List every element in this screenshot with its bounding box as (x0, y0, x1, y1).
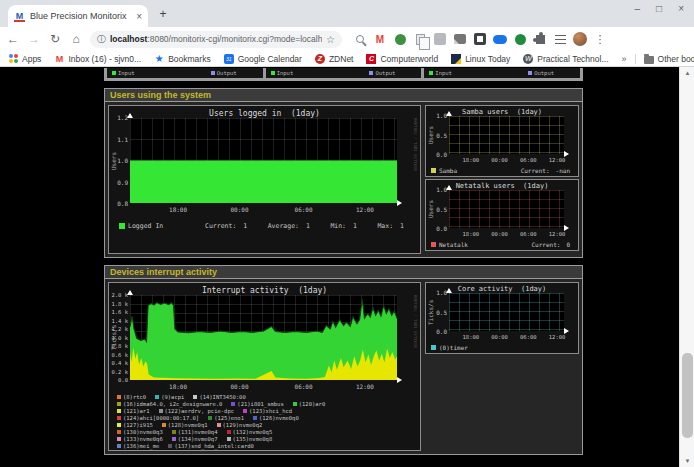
search-extension-icon[interactable] (353, 32, 367, 46)
url-text: localhost:8080/monitorix-cgi/monitorix.c… (110, 34, 322, 44)
minimize-button[interactable]: – (635, 3, 641, 14)
bookmark-zdnet[interactable]: Z ZDNet (315, 54, 354, 64)
bookmark-google-calendar[interactable]: 31 Google Calendar (224, 54, 302, 64)
core-plot-area (449, 293, 564, 331)
cutoff-graph-panel[interactable]: Input Output (107, 68, 263, 78)
output-swatch (211, 71, 215, 75)
gmail-icon: M (54, 54, 64, 64)
green-circle-extension-icon[interactable] (513, 32, 527, 46)
users-logged-in-graph[interactable]: Users logged in (1day) Users 1.21.11.00.… (108, 105, 421, 254)
input-swatch (112, 71, 116, 75)
bookmark-star-icon[interactable]: ☆ (326, 34, 335, 45)
maximize-button[interactable]: □ (656, 3, 662, 14)
y-axis-ticks: 2.0 k1.8 k1.6 k1.4 k1.2 k1.0 k0.8 k0.6 k… (109, 292, 128, 383)
cutoff-graph-panel[interactable]: Input Output (266, 68, 422, 78)
close-button[interactable]: × (678, 3, 684, 14)
apps-shortcut[interactable]: Apps (8, 54, 41, 64)
gmail-extension-icon[interactable]: M (373, 32, 387, 46)
other-bookmarks-button[interactable]: Other bookmarks (644, 54, 694, 64)
section-header: Users using the system (105, 89, 582, 102)
new-tab-button[interactable]: + (156, 7, 170, 21)
x-axis-ticks: 18:0000:0006:0012:00 (449, 231, 564, 238)
section-interrupts: Devices interrupt activity Interrupt act… (104, 265, 583, 455)
folder-icon (644, 56, 654, 64)
title-bar: M Blue Precision Monitorix × + – □ × (0, 0, 694, 27)
browser-toolbar: ← → ↻ ⌂ ⓘ localhost:8080/monitorix-cgi/m… (0, 27, 694, 51)
site-info-icon[interactable]: ⓘ (97, 33, 106, 46)
users-plot-area (130, 118, 397, 203)
legend-swatch (431, 345, 436, 350)
star-icon: ★ (154, 54, 164, 64)
bookmarks-bar: Apps M Inbox (16) - sjvn0... ★ Bookmarks… (0, 51, 694, 67)
wordpress-icon: W (523, 54, 533, 64)
address-bar[interactable]: ⓘ localhost:8080/monitorix-cgi/monitorix… (90, 31, 342, 48)
interrupt-legend: (8)rtc0(9)acpi(14)INT3450:00(16)idma64.0… (117, 393, 416, 449)
scrollbar-thumb[interactable] (682, 353, 693, 438)
legend-swatch (431, 242, 436, 247)
page-viewport: Input Output Input Output Input Output U… (0, 67, 694, 467)
copy-pages-extension-icon[interactable] (413, 32, 427, 46)
leaf-extension-icon[interactable] (393, 32, 407, 46)
section-header: Devices interrupt activity (105, 266, 582, 279)
extension-icons: M ⋮ (353, 32, 607, 46)
netatalk-plot-area (449, 190, 564, 228)
graph-legend: (0)timer (431, 344, 570, 351)
cast-extension-icon[interactable] (453, 32, 467, 46)
legend-swatch (431, 168, 436, 173)
graph-legend: Netatalk Current:0 (431, 241, 570, 248)
x-axis-ticks: 18:0000:0006:0012:00 (130, 206, 397, 214)
input-swatch (429, 71, 433, 75)
page-scrollbar[interactable]: ▲ ▼ (679, 67, 694, 467)
gray-box-extension-icon[interactable] (433, 32, 447, 46)
graph-legend: Samba Current:-nan (431, 167, 570, 174)
scroll-up-arrow[interactable]: ▲ (680, 67, 694, 79)
samba-plot-area (449, 116, 564, 154)
bookmark-bookmarks[interactable]: ★ Bookmarks (154, 54, 211, 64)
interrupt-activity-graph[interactable]: Interrupt activity (1day) Ticks/s 2.0 k1… (108, 282, 421, 451)
screenshot-extension-icon[interactable] (473, 32, 487, 46)
blue-pill-extension-icon[interactable] (493, 32, 507, 46)
x-axis-ticks: 18:0000:0006:0012:00 (449, 334, 564, 341)
home-button[interactable]: ⌂ (69, 32, 83, 46)
cutoff-graph-row: Input Output Input Output Input Output (104, 68, 583, 81)
core-activity-graph[interactable]: Core activity (1day) Ticks/s 1.00.50.0 1… (425, 282, 579, 354)
y-axis-ticks: 1.00.50.0 (430, 289, 447, 335)
y-axis-ticks: 1.21.11.00.90.8 (109, 114, 128, 207)
zdnet-icon: Z (315, 54, 325, 64)
back-button[interactable]: ← (6, 32, 20, 46)
apps-grid-icon (8, 54, 18, 64)
browser-tab[interactable]: M Blue Precision Monitorix × (8, 5, 148, 27)
calendar-icon: 31 (224, 54, 234, 64)
bookmark-practical-technology[interactable]: W Practical Technol... (523, 54, 608, 64)
interrupt-plot-area (130, 295, 397, 380)
browser-menu-icon[interactable]: ⋮ (593, 32, 607, 46)
browser-window: M Blue Precision Monitorix × + – □ × ← →… (0, 0, 694, 467)
graph-title: Users logged in (1day) (109, 109, 420, 118)
x-axis-ticks: 18:0000:0006:0012:00 (449, 157, 564, 164)
profile-avatar[interactable] (573, 32, 587, 46)
netatalk-users-graph[interactable]: Netatalk users (1day) Users 1.00.50.0 18… (425, 179, 579, 251)
bookmark-computerworld[interactable]: C Computerworld (366, 54, 438, 64)
rrdtool-watermark: RRDTOOL / TOBI OETIKER (413, 118, 418, 203)
tab-title: Blue Precision Monitorix (30, 11, 131, 21)
y-axis-ticks: 1.00.50.0 (430, 186, 447, 232)
bookmark-linux-today[interactable]: Linux Today (451, 54, 510, 64)
graph-legend: Logged In Current:1 Average:1 Min:1 Max:… (119, 222, 406, 230)
tab-list-icon[interactable] (553, 32, 567, 46)
extensions-puzzle-icon[interactable] (533, 32, 547, 46)
x-axis-ticks: 18:0000:0006:0012:00 (130, 383, 397, 391)
magnifier-icon (356, 35, 364, 43)
computerworld-icon: C (366, 54, 376, 64)
bookmarks-overflow-chevron[interactable]: » (622, 54, 627, 64)
bookmarks-divider (635, 54, 636, 64)
legend-swatch (119, 223, 125, 229)
y-axis-ticks: 1.00.50.0 (430, 112, 447, 158)
scroll-down-arrow[interactable]: ▼ (680, 455, 694, 467)
forward-button[interactable]: → (27, 32, 41, 46)
bookmark-inbox[interactable]: M Inbox (16) - sjvn0... (54, 54, 141, 64)
tab-close-icon[interactable]: × (136, 11, 142, 22)
output-swatch (369, 71, 373, 75)
reload-button[interactable]: ↻ (48, 32, 62, 46)
cutoff-graph-panel[interactable]: Input Output (424, 68, 580, 78)
samba-users-graph[interactable]: Samba users (1day) Users 1.00.50.0 18:00… (425, 105, 579, 177)
